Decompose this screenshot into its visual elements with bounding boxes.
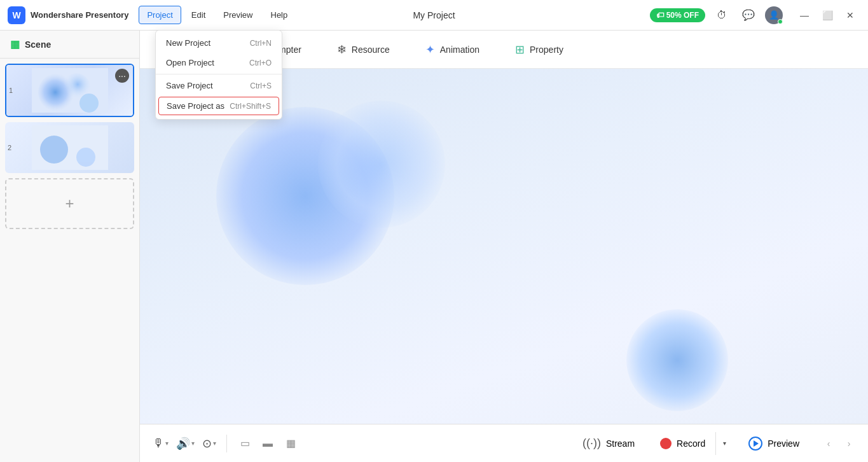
scene-num-2: 2 — [8, 144, 11, 151]
project-dropdown-menu: New Project Ctrl+N Open Project Ctrl+O S… — [155, 30, 282, 120]
timer-icon[interactable]: ⏱ — [712, 5, 732, 25]
nav-prev-arrow[interactable]: ‹ — [820, 435, 837, 452]
main-area: ▦ Scene 1 — [0, 31, 868, 462]
toolbar-item-animation[interactable]: ✦ Animation — [418, 38, 487, 62]
bottom-bar: 🎙 ▾ 🔊 ▾ ⊙ ▾ ▭ ▬ ▦ ((·)) Stream — [140, 424, 868, 462]
volume-arrow: ▾ — [191, 440, 195, 447]
svg-point-3 — [79, 94, 99, 113]
open-project-label: Open Project — [166, 58, 214, 67]
record-label: Record — [677, 438, 705, 449]
preview-button[interactable]: Preview — [736, 431, 812, 456]
preview-play-icon — [748, 437, 762, 451]
record-button[interactable]: Record — [650, 433, 715, 454]
app-logo: W Wondershare Presentory — [8, 6, 128, 24]
toolbar-item-property[interactable]: ⊞ Property — [507, 38, 571, 62]
blob-2 — [318, 101, 445, 228]
save-project-as-label: Save Project as — [167, 101, 224, 111]
menu-item-save-project[interactable]: Save Project Ctrl+S — [156, 76, 282, 95]
menu-project[interactable]: Project — [139, 6, 181, 24]
screen-icon[interactable]: ▭ — [235, 433, 255, 454]
menu-help[interactable]: Help — [263, 6, 296, 24]
maximize-button[interactable]: ⬜ — [817, 5, 837, 25]
project-title: My Project — [413, 10, 455, 20]
stream-button[interactable]: ((·)) Stream — [570, 431, 647, 455]
animation-label: Animation — [440, 45, 479, 55]
menu-divider — [156, 74, 282, 74]
scene-thumb-2 — [5, 122, 134, 173]
scene-item-1[interactable]: 1 — [5, 64, 134, 117]
sidebar-title: Scene — [25, 39, 51, 50]
menu-preview[interactable]: Preview — [216, 6, 260, 24]
scene-more-button-1[interactable]: ··· — [115, 69, 129, 83]
layout-icon[interactable]: ▬ — [258, 433, 278, 454]
sidebar-header: ▦ Scene — [0, 31, 139, 59]
nav-arrows: ‹ › — [820, 435, 858, 452]
chat-icon[interactable]: 💬 — [738, 5, 759, 25]
canvas-area — [140, 69, 868, 424]
scene-thumb-1-svg — [32, 68, 108, 113]
camera-tool[interactable]: ⊙ ▾ — [200, 433, 219, 454]
property-label: Property — [530, 45, 563, 55]
titlebar: W Wondershare Presentory Project Edit Pr… — [0, 0, 868, 31]
mic-arrow: ▾ — [165, 440, 169, 447]
discount-text: 50% OFF — [666, 11, 699, 20]
resource-label: Resource — [352, 45, 390, 55]
minimize-button[interactable]: — — [794, 5, 815, 25]
save-project-shortcut: Ctrl+S — [250, 81, 272, 90]
menu-bar: Project Edit Preview Help — [139, 6, 295, 24]
save-project-as-shortcut: Ctrl+Shift+S — [230, 102, 271, 111]
close-button[interactable]: ✕ — [840, 5, 860, 25]
app-logo-icon: W — [8, 6, 25, 24]
scene-thumb-2-svg — [32, 125, 108, 170]
stream-label: Stream — [606, 438, 635, 449]
add-scene-button[interactable]: + — [5, 178, 134, 229]
add-scene-icon: + — [65, 195, 74, 213]
menu-item-save-project-as[interactable]: Save Project as Ctrl+Shift+S — [158, 97, 279, 115]
preview-label: Preview — [768, 438, 799, 449]
user-status-dot — [778, 19, 783, 24]
menu-item-open-project[interactable]: Open Project Ctrl+O — [156, 53, 282, 73]
menu-item-new-project[interactable]: New Project Ctrl+N — [156, 33, 282, 53]
menu-edit[interactable]: Edit — [184, 6, 213, 24]
open-project-shortcut: Ctrl+O — [249, 59, 272, 67]
titlebar-right: 🏷 50% OFF ⏱ 💬 👤 — ⬜ ✕ — [650, 5, 860, 25]
bottom-divider-1 — [226, 435, 227, 452]
camera-arrow: ▾ — [213, 440, 216, 447]
record-dot — [660, 438, 672, 449]
user-avatar[interactable]: 👤 — [765, 6, 783, 24]
record-dropdown-arrow[interactable]: ▾ — [715, 432, 733, 455]
discount-badge[interactable]: 🏷 50% OFF — [650, 8, 705, 22]
new-project-label: New Project — [166, 38, 210, 48]
record-button-group: Record ▾ — [650, 432, 733, 455]
app-name: Wondershare Presentory — [31, 10, 128, 20]
mic-tool[interactable]: 🎙 ▾ — [150, 433, 171, 454]
new-project-shortcut: Ctrl+N — [250, 39, 272, 48]
scenes-list: 1 — [0, 59, 139, 462]
scene-num-1: 1 — [9, 87, 13, 94]
animation-icon: ✦ — [425, 43, 435, 57]
grid-icon[interactable]: ▦ — [280, 433, 301, 454]
svg-point-6 — [76, 148, 95, 167]
resource-icon: ❄ — [337, 43, 347, 57]
sidebar: ▦ Scene 1 — [0, 31, 140, 462]
scene-icon: ▦ — [10, 38, 20, 50]
discount-icon: 🏷 — [656, 11, 664, 20]
volume-tool[interactable]: 🔊 ▾ — [174, 433, 197, 454]
camera-icon: ⊙ — [202, 437, 212, 451]
canvas-bg — [140, 69, 868, 424]
toolbar-item-resource[interactable]: ❄ Resource — [329, 38, 397, 62]
stream-icon: ((·)) — [582, 437, 601, 450]
scene-item-2[interactable]: 2 — [5, 122, 134, 173]
scene-thumb-1 — [6, 65, 133, 116]
svg-point-5 — [40, 136, 68, 164]
volume-icon: 🔊 — [176, 437, 190, 451]
preview-play-triangle — [754, 440, 759, 447]
win-controls: — ⬜ ✕ — [794, 5, 860, 25]
save-project-label: Save Project — [166, 81, 213, 90]
property-icon: ⊞ — [515, 43, 525, 57]
nav-next-arrow[interactable]: › — [840, 435, 858, 452]
mic-icon: 🎙 — [153, 437, 164, 450]
blob-3 — [626, 309, 728, 411]
